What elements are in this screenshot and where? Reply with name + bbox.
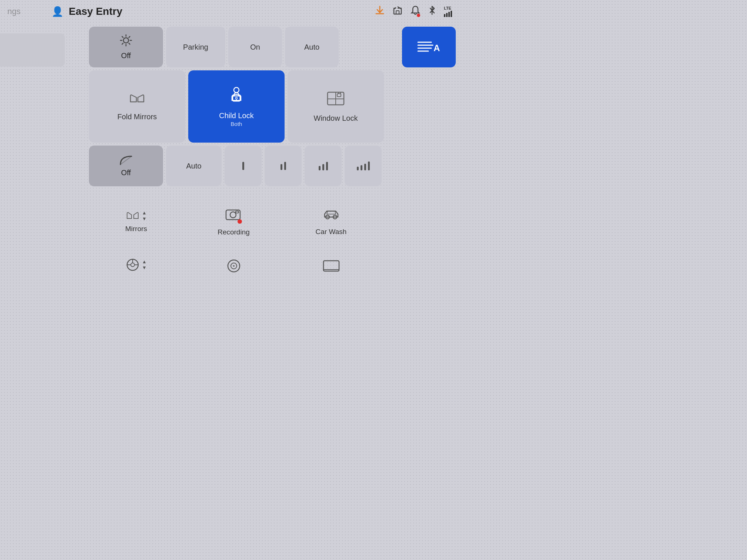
svg-line-10 <box>129 37 130 38</box>
speed-bar <box>326 162 328 170</box>
wipers-speed1-button[interactable] <box>225 146 262 186</box>
svg-line-9 <box>129 43 130 44</box>
lte-label: LTE <box>444 6 451 10</box>
main-content: Off Parking On Auto A <box>0 23 467 289</box>
car-wash-icon <box>322 207 341 225</box>
steering-arrows: ▲ ▼ <box>142 259 147 270</box>
speed-bar <box>319 166 321 170</box>
sidebar-panel-hint <box>0 33 65 67</box>
headlight-auto-svg: A <box>416 39 442 55</box>
lights-parking-label: Parking <box>183 43 208 51</box>
car-icon <box>322 207 341 221</box>
lights-row: Off Parking On Auto A <box>89 27 456 67</box>
wiper-icon <box>119 155 133 167</box>
notification-dot <box>417 14 420 17</box>
signal-bar-3 <box>448 12 450 17</box>
wiper-speed1-bars <box>242 162 244 170</box>
wipers-row: Off Auto <box>89 146 456 186</box>
bottom-icons-row: ▲ ▼ Mirrors Recording <box>89 197 456 246</box>
lights-off-label: Off <box>121 51 131 60</box>
speed-bar <box>284 162 286 170</box>
recording-dot <box>238 219 242 224</box>
recording-button[interactable]: Recording <box>186 197 281 246</box>
wipers-speed3-button[interactable] <box>305 146 342 186</box>
header-icons: LTE <box>375 5 452 18</box>
wipers-speed4-button[interactable] <box>345 146 382 186</box>
speed-bar <box>242 162 244 170</box>
sun-icon <box>120 34 132 49</box>
wipers-off-button[interactable]: Off <box>89 146 163 186</box>
window-lock-icon <box>326 91 345 112</box>
speed-bar <box>280 164 282 170</box>
person-icon: 👤 <box>52 6 63 17</box>
svg-point-26 <box>230 212 236 218</box>
child-lock-label: Child Lock <box>219 111 253 120</box>
window-lock-svg <box>326 91 345 109</box>
display-button[interactable] <box>284 249 378 283</box>
speed-bar <box>357 167 359 170</box>
target-icon <box>226 259 241 273</box>
lights-on-button[interactable]: On <box>228 27 282 67</box>
signal-bars <box>444 10 452 17</box>
wiper-speed4-bars <box>357 161 370 170</box>
signal-bar-4 <box>451 11 452 17</box>
wipers-auto-button[interactable]: Auto <box>166 146 222 186</box>
target-button[interactable] <box>186 249 281 283</box>
lights-parking-button[interactable]: Parking <box>166 27 225 67</box>
home-icon[interactable] <box>393 5 402 18</box>
bell-icon[interactable] <box>411 5 420 18</box>
svg-point-19 <box>236 97 238 99</box>
mirrors-button[interactable]: ▲ ▼ Mirrors <box>89 197 183 246</box>
mirrors-icon <box>126 210 140 221</box>
speed-bar <box>322 164 324 170</box>
svg-point-31 <box>131 263 135 267</box>
speed-bar <box>368 161 370 170</box>
fold-mirrors-icon <box>129 92 145 110</box>
wiper-speed3-bars <box>319 162 328 170</box>
mirrors-icon-container: ▲ ▼ <box>126 210 147 221</box>
mirrors-label: Mirrors <box>125 225 147 233</box>
fold-mirrors-button[interactable]: Fold Mirrors <box>89 70 185 143</box>
svg-rect-1 <box>396 11 399 14</box>
wipers-auto-label: Auto <box>186 162 201 170</box>
header-title-group: 👤 Easy Entry <box>52 6 122 17</box>
steering-button[interactable]: ▲ ▼ <box>89 249 183 283</box>
lights-auto-label: Auto <box>304 43 319 51</box>
wiper-speed2-bars <box>280 162 286 170</box>
speed-bar <box>364 164 366 170</box>
child-lock-button[interactable]: Child Lock Both <box>188 70 285 143</box>
recording-label: Recording <box>218 228 250 236</box>
fold-mirrors-label: Fold Mirrors <box>117 113 157 121</box>
lights-on-label: On <box>250 43 260 51</box>
lights-off-button[interactable]: Off <box>89 27 163 67</box>
speed-bar <box>361 165 362 170</box>
svg-line-11 <box>122 43 123 44</box>
page-title: Easy Entry <box>69 6 122 17</box>
display-icon <box>323 259 340 273</box>
bluetooth-icon[interactable] <box>428 5 436 18</box>
svg-line-8 <box>122 37 123 38</box>
wiper-svg <box>119 155 133 166</box>
mirror-svg <box>129 92 145 106</box>
window-lock-button[interactable]: Window Lock <box>288 70 384 143</box>
headlight-auto-button[interactable]: A <box>402 27 456 67</box>
lights-auto-button[interactable]: Auto <box>285 27 339 67</box>
svg-point-3 <box>123 38 129 43</box>
svg-rect-27 <box>236 211 239 213</box>
car-wash-button[interactable]: Car Wash <box>284 197 378 246</box>
wipers-speed2-button[interactable] <box>265 146 302 186</box>
door-controls-row: Fold Mirrors Chi <box>89 70 456 143</box>
lte-signal-indicator: LTE <box>444 6 452 17</box>
svg-rect-2 <box>396 6 398 9</box>
signal-bar-2 <box>446 13 448 17</box>
child-lock-icon <box>227 86 246 109</box>
left-edge-text: ngs <box>7 7 20 16</box>
bottom-icons-row2: ▲ ▼ <box>89 249 456 283</box>
header: ngs 👤 Easy Entry <box>0 0 467 23</box>
download-icon[interactable] <box>375 5 385 18</box>
svg-rect-24 <box>337 94 341 97</box>
recording-icon-container <box>225 207 243 225</box>
wipers-off-label: Off <box>121 169 131 177</box>
steering-icon <box>126 258 140 271</box>
car-wash-label: Car Wash <box>316 228 347 236</box>
